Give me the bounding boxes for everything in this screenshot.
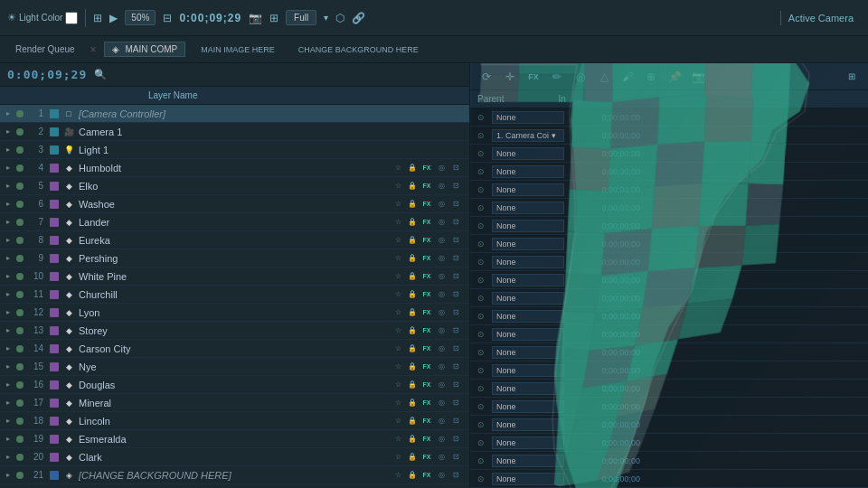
fx-switch[interactable]: FX — [420, 433, 433, 446]
3d-switch[interactable]: ⊡ — [449, 162, 462, 174]
arrow-icon[interactable]: ▾ — [324, 13, 328, 23]
3d-switch[interactable]: ⊡ — [449, 361, 462, 373]
visibility-toggle[interactable] — [13, 378, 27, 392]
table-row[interactable]: ▸ 2 🎥 Camera 1 — [0, 123, 469, 141]
search-icon[interactable]: 🔍 — [94, 69, 107, 80]
expand-arrow[interactable]: ▸ — [4, 471, 13, 479]
parent-dropdown[interactable]: None — [492, 473, 564, 485]
parent-dropdown[interactable]: None — [492, 346, 564, 359]
solo-switch[interactable]: ☆ — [392, 324, 404, 337]
fx-switch[interactable]: FX — [420, 198, 433, 211]
parent-dropdown[interactable]: None — [492, 147, 564, 160]
visibility-toggle[interactable] — [13, 324, 27, 338]
solo-switch[interactable]: ☆ — [392, 397, 404, 409]
render-icon[interactable]: ▶ — [109, 12, 118, 24]
fx-switch[interactable]: FX — [420, 397, 433, 409]
parent-dropdown[interactable]: None — [492, 238, 564, 250]
fx-switch[interactable]: FX — [420, 361, 433, 373]
lock-switch[interactable]: 🔒 — [406, 234, 419, 247]
layers-list[interactable]: ▸ 1 □ [Camera Controller] ▸ 2 🎥 Camera 1… — [0, 105, 469, 488]
lock-switch[interactable]: 🔒 — [406, 198, 419, 211]
table-row[interactable]: ▸ 14 ◆ Carson City ☆ 🔒 FX ◎ ⊡ — [0, 340, 469, 358]
table-row[interactable]: ▸ 20 ◆ Clark ☆ 🔒 FX ◎ ⊡ — [0, 448, 469, 466]
blend-switch[interactable]: ◎ — [435, 252, 448, 265]
lock-switch[interactable]: 🔒 — [406, 324, 419, 337]
table-row[interactable]: ▸ 15 ◆ Nye ☆ 🔒 FX ◎ ⊡ — [0, 358, 469, 376]
expand-arrow[interactable]: ▸ — [4, 272, 13, 280]
visibility-toggle[interactable] — [13, 287, 27, 302]
lock-switch[interactable]: 🔒 — [406, 270, 419, 283]
stamp-icon[interactable]: ◎ — [571, 68, 590, 86]
lock-switch[interactable]: 🔒 — [406, 433, 419, 446]
solo-switch[interactable]: ☆ — [392, 198, 404, 211]
fx-switch[interactable]: FX — [420, 379, 433, 391]
visibility-toggle[interactable] — [13, 197, 27, 211]
fx-switch[interactable]: FX — [420, 324, 433, 337]
lock-switch[interactable]: 🔒 — [406, 451, 419, 464]
main-comp-tab[interactable]: ◈ MAIN COMP — [104, 42, 186, 57]
parent-dropdown[interactable]: None — [492, 202, 564, 214]
expand-arrow[interactable]: ▸ — [4, 236, 13, 244]
fit-icon[interactable]: ⊟ — [163, 12, 172, 24]
table-row[interactable]: ▸ 9 ◆ Pershing ☆ 🔒 FX ◎ ⊡ — [0, 249, 469, 267]
3d-switch[interactable]: ⊡ — [449, 343, 462, 355]
blend-switch[interactable]: ◎ — [435, 451, 448, 464]
parent-dropdown[interactable]: None — [492, 455, 564, 467]
solo-switch[interactable]: ☆ — [392, 361, 404, 373]
3d-switch[interactable]: ⊡ — [449, 180, 462, 192]
visibility-toggle[interactable] — [13, 179, 27, 193]
pin-icon[interactable]: 📌 — [665, 68, 684, 86]
3d-switch[interactable]: ⊡ — [449, 415, 462, 427]
lock-switch[interactable]: 🔒 — [406, 180, 419, 192]
parent-dropdown[interactable]: None — [492, 165, 564, 178]
3d-switch[interactable]: ⊡ — [449, 397, 462, 409]
visibility-toggle[interactable] — [13, 251, 27, 266]
parent-dropdown[interactable]: None — [492, 274, 564, 286]
expand-arrow[interactable]: ▸ — [4, 200, 13, 208]
blend-switch[interactable]: ◎ — [435, 397, 448, 409]
table-row[interactable]: ▸ 6 ◆ Washoe ☆ 🔒 FX ◎ ⊡ — [0, 195, 469, 213]
3d-rotate-icon[interactable]: ⟳ — [477, 68, 495, 86]
solo-switch[interactable]: ☆ — [392, 415, 404, 427]
expand-arrow[interactable]: ▸ — [4, 435, 13, 443]
blend-switch[interactable]: ◎ — [435, 216, 448, 229]
resolution-button[interactable]: Full — [286, 10, 316, 25]
lock-switch[interactable]: 🔒 — [406, 343, 419, 355]
parent-dropdown[interactable]: None — [492, 382, 564, 395]
visibility-toggle[interactable] — [13, 468, 27, 483]
visibility-toggle[interactable] — [13, 360, 27, 374]
fx-switch[interactable]: FX — [420, 415, 433, 427]
expand-arrow[interactable]: ▸ — [4, 362, 13, 371]
table-row[interactable]: ▸ 10 ◆ White Pine ☆ 🔒 FX ◎ ⊡ — [0, 267, 469, 286]
3d-switch[interactable]: ⊡ — [449, 324, 462, 337]
table-row[interactable]: ▸ 8 ◆ Eureka ☆ 🔒 FX ◎ ⊡ — [0, 231, 469, 249]
zoom-control[interactable]: 50% — [125, 10, 156, 25]
expand-arrow[interactable]: ▸ — [4, 308, 13, 316]
fx-switch[interactable]: FX — [420, 270, 433, 283]
3d-switch[interactable]: ⊡ — [449, 216, 462, 229]
lock-switch[interactable]: 🔒 — [406, 397, 419, 409]
solo-switch[interactable]: ☆ — [392, 216, 404, 229]
solo-switch[interactable]: ☆ — [392, 379, 404, 391]
expand-arrow[interactable]: ▸ — [4, 399, 13, 407]
parent-dropdown[interactable]: None — [492, 292, 564, 305]
3d-switch[interactable]: ⊡ — [449, 469, 462, 482]
3d-switch[interactable]: ⊡ — [449, 198, 462, 211]
blend-switch[interactable]: ◎ — [435, 270, 448, 283]
table-row[interactable]: ▸ 18 ◆ Lincoln ☆ 🔒 FX ◎ ⊡ — [0, 412, 469, 430]
expand-arrow[interactable]: ▸ — [4, 453, 13, 461]
visibility-toggle[interactable] — [13, 125, 27, 139]
lock-switch[interactable]: 🔒 — [406, 252, 419, 265]
blend-switch[interactable]: ◎ — [435, 198, 448, 211]
blend-switch[interactable]: ◎ — [435, 324, 448, 337]
brush-icon[interactable]: 🖌 — [618, 68, 637, 86]
change-bg-tab[interactable]: CHANGE BACKGROUND HERE — [290, 42, 427, 57]
table-row[interactable]: ▸ 13 ◆ Storey ☆ 🔒 FX ◎ ⊡ — [0, 322, 469, 340]
solo-switch[interactable]: ☆ — [392, 469, 404, 482]
lock-switch[interactable]: 🔒 — [406, 162, 419, 174]
blend-switch[interactable]: ◎ — [435, 469, 448, 482]
parent-dropdown[interactable]: None — [492, 328, 564, 341]
expand-arrow[interactable]: ▸ — [4, 145, 13, 154]
table-row[interactable]: ▸ 5 ◆ Elko ☆ 🔒 FX ◎ ⊡ — [0, 177, 469, 195]
parent-dropdown[interactable]: None — [492, 256, 564, 268]
